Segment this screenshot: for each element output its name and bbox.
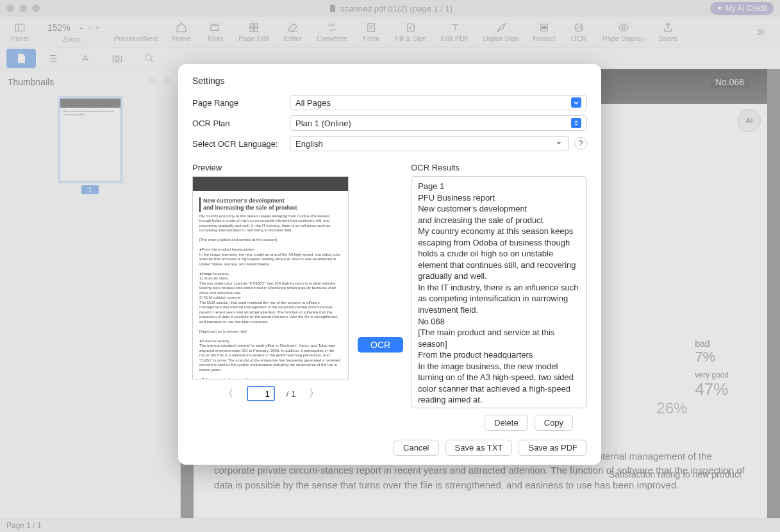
ocr-results-text[interactable]: Page 1 PFU Business report New customer'… (411, 176, 587, 408)
page-range-select[interactable]: All Pages (290, 95, 587, 110)
dialog-title: Settings (178, 76, 601, 92)
save-pdf-button[interactable]: Save as PDF (519, 440, 587, 456)
copy-button[interactable]: Copy (535, 415, 573, 431)
updown-icon (571, 118, 581, 128)
save-txt-button[interactable]: Save as TXT (445, 440, 513, 456)
ocr-settings-dialog: Settings Page Range All Pages OCR Plan P… (178, 64, 601, 465)
ocr-plan-label: OCR Plan (192, 119, 285, 128)
preview-thumbnail: New customer's developmentand increasing… (192, 176, 349, 379)
delete-button[interactable]: Delete (485, 415, 528, 431)
page-range-label: Page Range (192, 98, 285, 108)
cancel-button[interactable]: Cancel (394, 440, 438, 456)
ocr-results-label: OCR Results (411, 163, 587, 172)
next-page-icon[interactable]: 〉 (307, 387, 321, 401)
help-icon[interactable]: ? (574, 137, 587, 150)
chevron-down-icon (571, 97, 581, 108)
preview-pager: 〈 / 1 〉 (192, 386, 350, 401)
ocr-lang-select[interactable]: English (290, 136, 569, 151)
page-total: / 1 (286, 389, 295, 399)
ocr-plan-select[interactable]: Plan 1 (Online) (290, 115, 587, 131)
chevron-down-icon (554, 139, 563, 148)
prev-page-icon[interactable]: 〈 (221, 387, 235, 401)
ocr-lang-label: Select OCR Language: (192, 139, 285, 149)
page-number-input[interactable] (247, 386, 275, 401)
run-ocr-button[interactable]: OCR (358, 337, 403, 353)
preview-label: Preview (192, 163, 350, 172)
